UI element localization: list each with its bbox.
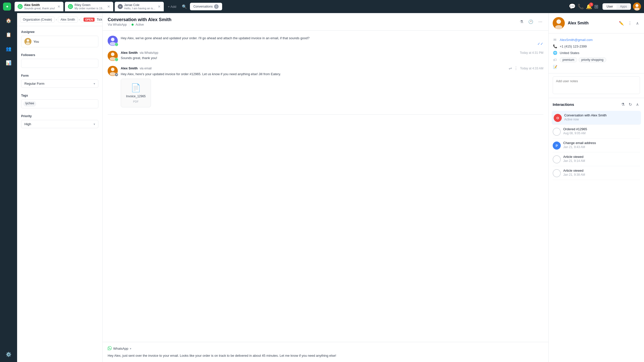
notification-bell[interactable]: 🔔 7 [586,4,592,10]
phone-icon-btn[interactable]: 📞 [578,4,584,10]
message-time-3: Today at 4:33 AM [520,67,543,70]
assignee-section: Assignee You [21,30,98,47]
interaction-icon-article1 [553,155,561,163]
priority-selector[interactable]: High ▾ [21,120,98,128]
interaction-item-order[interactable]: Ordered #12965 Aug 08, 9:05 AM [553,125,640,139]
profile-avatar[interactable] [633,3,641,11]
message-more-icon[interactable]: ⋮ [514,66,518,71]
form-section: Form Regular Form ▾ [21,74,98,88]
user-info-section: ✉ AlexSmith@gmail.com 📞 +1 (415) 123-239… [549,33,644,73]
tab-alex-smith[interactable]: Alex Smith Sounds great, thank you! ✕ [15,2,63,11]
interaction-item-conv[interactable]: O Conversation with Alex Smith Active no… [552,111,641,125]
sidebar-home[interactable]: 🏠 [4,16,13,25]
message-channel: via WhatsApp [140,51,158,55]
app-container: ✦ Alex Smith Sounds great, thank you! ✕ … [0,0,644,362]
ticket-open-badge: OPEN [84,18,94,22]
followers-label: Followers [21,53,98,57]
message-text-2: Sounds great, thank you! [121,56,543,61]
message-content: Hey Alex, we've gone ahead and updated y… [121,36,543,46]
tab-janae-close[interactable]: ✕ [158,5,161,9]
conversations-button[interactable]: Conversations 0 [190,3,222,10]
svg-point-5 [26,42,30,45]
message-ticks: ✓✓ [121,42,543,46]
phone-row: 📞 +1 (415) 123-2399 [553,43,640,50]
message-divider [108,114,543,115]
tab-riley-name: Riley Green [74,3,104,7]
notes-icon: 📝 [553,65,557,69]
org-breadcrumb[interactable]: Organization (Create) [20,17,55,23]
tag-premium: premium [560,57,577,62]
chat-icon-btn[interactable]: 💬 [569,3,576,10]
translate-icon[interactable]: ⇌ [509,66,512,71]
interactions-section: Interactions ⚗ ↻ ∧ O Conversation with A… [549,98,644,362]
tab-riley-subtitle: My order number is 19... [74,7,104,10]
interaction-title-article2: Article viewed [563,169,640,172]
search-button[interactable]: 🔍 [180,3,188,11]
interactions-actions: ⚗ ↻ ∧ [620,101,640,108]
sidebar-inbox[interactable]: 📋 [4,30,13,39]
add-tab-button[interactable]: + Add [165,3,179,10]
form-selector[interactable]: Regular Form ▾ [21,79,98,88]
reply-text-content[interactable]: Hey Alex, just sent over the invoice to … [108,353,543,358]
interactions-filter-icon[interactable]: ⚗ [620,101,626,108]
sidebar-settings[interactable]: ⚙️ [4,350,13,359]
tab-riley-close[interactable]: ✕ [107,5,110,9]
conversation-area: Conversation with Alex Smith Via WhatsAp… [103,13,548,362]
svg-point-7 [111,38,114,41]
assignee-avatar [24,38,31,45]
attachment-box[interactable]: 📄 Invoice_12965 PDF [121,79,151,107]
grid-icon-btn[interactable]: ⊞ [594,4,598,10]
tab-alex-close[interactable]: ✕ [57,5,60,9]
more-options-icon[interactable]: ⋯ [537,18,543,25]
edit-user-icon[interactable]: ✏️ [618,20,625,27]
priority-label: Priority [21,114,98,118]
svg-point-4 [27,39,29,42]
interaction-subtitle-conv: Active now [564,118,639,121]
user-notes-input[interactable] [553,76,640,94]
form-chevron-icon: ▾ [94,82,95,85]
interactions-collapse-icon[interactable]: ∧ [635,101,640,108]
contact-breadcrumb[interactable]: Alex Smith [58,17,78,23]
followers-input[interactable] [21,59,98,68]
interactions-refresh-icon[interactable]: ↻ [628,101,633,108]
tags-container[interactable]: lychee [21,99,98,108]
priority-value: High [24,122,31,126]
interaction-item-article2[interactable]: Article viewed Jan 21, 9:38 AM [553,166,640,180]
email-row: ✉ AlexSmith@gmail.com [553,36,640,43]
sidebar-reports[interactable]: 📊 [4,58,13,67]
wa-badge-2 [115,58,118,61]
interaction-item-article1[interactable]: Article viewed Jan 21, 9:14 AM [553,152,640,166]
content-area: Organization (Create) › Alex Smith › OPE… [17,13,644,362]
message-header-2: Alex Smith via WhatsApp Today at 4:31 PM [121,51,543,55]
message-channel-3: via email [140,67,151,70]
collapse-panel-icon[interactable]: ∧ [635,20,640,27]
tab-riley-green[interactable]: Riley Green My order number is 19... ✕ [65,2,113,11]
interaction-title-email: Change email address [563,141,640,145]
user-tab[interactable]: User [603,4,616,9]
apps-tab[interactable]: Apps [617,4,630,9]
ticket-breadcrumb[interactable]: OPEN Ticket #1234 [81,17,103,23]
reply-channel-selector[interactable]: WhatsApp ▾ [108,346,543,351]
assignee-selector[interactable]: You [21,36,98,47]
globe-icon: 🌐 [553,51,557,55]
conversation-title: Conversation with Alex Smith [108,17,171,22]
filter-icon[interactable]: ⚗ [519,18,524,25]
interaction-title-conv: Conversation with Alex Smith [564,113,639,117]
interaction-icon-email: P [553,142,561,150]
interaction-content-conv: Conversation with Alex Smith Active now [564,113,639,121]
sidebar-contacts[interactable]: 👥 [4,44,13,53]
svg-point-13 [111,68,114,71]
tab-janae-cole[interactable]: ✉ Janae Cole Hello, I am having an is...… [115,2,164,11]
sender-name-3: Alex Smith [121,66,138,70]
user-email[interactable]: AlexSmith@gmail.com [560,38,593,42]
interaction-subtitle-email: Jan 21, 9:43 AM [563,145,640,149]
user-more-icon[interactable]: ⋮ [627,20,633,27]
interaction-item-email[interactable]: P Change email address Jan 21, 9:43 AM [553,139,640,152]
messages-container: Hey Alex, we've gone ahead and updated y… [103,31,548,342]
user-tags: premium priority shopping [560,57,606,62]
history-icon[interactable]: 🕐 [527,18,534,25]
whatsapp-icon-alex [18,4,23,9]
tab-janae-name: Janae Cole [124,3,155,7]
tags-info-row: 🏷 premium priority shopping [553,56,640,64]
email-icon-janae: ✉ [118,4,123,9]
